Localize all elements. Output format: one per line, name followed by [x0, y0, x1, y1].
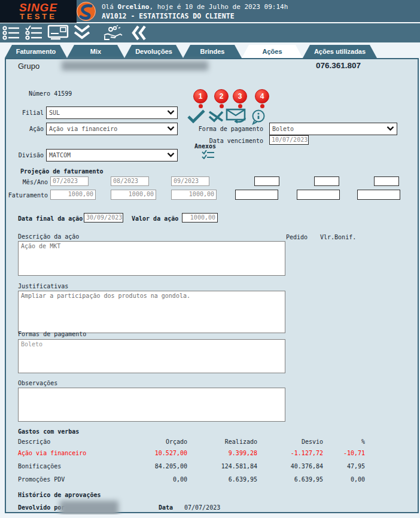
- gastos-header-realizado: Realizado: [197, 438, 257, 445]
- historico-data-value: 07/07/2023: [184, 504, 220, 511]
- gastos-header-orcado: Orçado: [127, 438, 187, 445]
- gastos-header-desvio: Desvio: [263, 438, 323, 445]
- tab-mix[interactable]: Mix: [67, 45, 124, 58]
- devolvido-por-label: Devolvido por: [18, 504, 65, 511]
- historico-data-label: Data: [159, 504, 173, 511]
- group-code: 076.361.807: [316, 61, 361, 70]
- checklist-icon[interactable]: [23, 23, 45, 42]
- logo-text-singe: SINGE: [19, 2, 57, 13]
- gastos-row3-desvio: 6.639,95: [263, 476, 323, 483]
- gastos-row1-orcado: 10.527,00: [127, 450, 187, 456]
- mail-return-icon[interactable]: [226, 108, 247, 126]
- hand-money-icon[interactable]: [101, 23, 126, 42]
- valor-acao-input[interactable]: 1000,00: [182, 213, 218, 223]
- formas-pagamento-textarea[interactable]: Boleto: [18, 339, 285, 373]
- mes-ano-input-4[interactable]: [254, 176, 279, 186]
- greeting-text: Olá Orcelino, hoje é 10 de Julho de 2023…: [102, 3, 288, 11]
- reject-x-check-icon[interactable]: [207, 109, 225, 125]
- faturamento-input-4[interactable]: [235, 190, 278, 200]
- numero-label: Número: [29, 90, 50, 97]
- acao-value: Ação via financeiro: [49, 126, 167, 132]
- acao-label: Ação: [6, 126, 44, 132]
- descricao-textarea[interactable]: Ação de MKT: [18, 241, 285, 276]
- valor-acao-label: Valor da ação: [132, 215, 178, 222]
- faturamento-input-3[interactable]: 1000,00: [171, 190, 217, 200]
- divisao-select[interactable]: MATCOM: [46, 149, 178, 162]
- mes-ano-input-5[interactable]: [314, 176, 339, 186]
- info-icon[interactable]: [250, 109, 267, 127]
- gastos-row2-orcado: 84.205,00: [127, 463, 187, 470]
- forma-pagamento-value: Boleto: [272, 126, 386, 132]
- mes-ano-input-1[interactable]: 07/2023: [50, 176, 89, 186]
- data-vencimento-input[interactable]: 10/07/2023: [269, 135, 309, 145]
- chevron-down-icon: [167, 109, 175, 116]
- gastos-row1-descricao: Ação via financeiro: [18, 450, 86, 456]
- faturamento-input-5[interactable]: [297, 190, 340, 200]
- back-double-left-icon[interactable]: [129, 23, 148, 42]
- mes-ano-input-3[interactable]: 09/2023: [171, 176, 209, 186]
- faturamento-label: Faturamento: [6, 192, 48, 199]
- faturamento-input-1[interactable]: 1000,00: [50, 190, 96, 200]
- singe-logo: SINGE TESTE: [0, 0, 77, 23]
- observacoes-label: Observações: [18, 380, 57, 386]
- forma-pagamento-label: Forma de pagamento: [156, 126, 263, 132]
- filial-value: SUL: [49, 109, 167, 116]
- marker-3: 3: [233, 89, 247, 108]
- gastos-row1-desvio: -1.127,72: [263, 450, 323, 456]
- gastos-row2-realizado: 124.581,84: [197, 463, 257, 470]
- list-icon[interactable]: [0, 23, 23, 42]
- gastos-row3-orcado: 0,00: [127, 476, 187, 483]
- tab-brindes[interactable]: Brindes: [183, 45, 242, 58]
- vlr-bonif-label: Vlr.Bonif.: [320, 234, 356, 240]
- mes-ano-input-6[interactable]: [374, 176, 399, 186]
- observacoes-textarea[interactable]: [18, 388, 285, 422]
- gastos-row1-pct: -10,71: [329, 450, 365, 456]
- forma-pagamento-select[interactable]: Boleto: [269, 123, 397, 135]
- gastos-row2-desvio: 40.376,84: [263, 463, 323, 470]
- descricao-label: Descrição da ação: [18, 233, 79, 240]
- tab-acoes-utilizadas[interactable]: Ações utilizadas: [303, 45, 377, 58]
- numero-row: Número 41599: [29, 90, 72, 97]
- faturamento-input-6[interactable]: [357, 190, 400, 200]
- gastos-row1-realizado: 9.399,28: [197, 450, 257, 456]
- justificativas-textarea[interactable]: Ampliar a participação dos produtos na g…: [18, 291, 285, 333]
- group-label: Grupo: [18, 62, 39, 71]
- approve-check-icon[interactable]: [187, 109, 206, 126]
- gastos-header-pct: %: [329, 438, 365, 445]
- report-icon[interactable]: [45, 23, 71, 42]
- marker-4: 4: [255, 89, 269, 108]
- formas-pagamento-label: Formas de pagamento: [18, 331, 86, 337]
- projecao-title: Projeção de faturamento: [20, 168, 103, 175]
- numero-value: 41599: [54, 90, 72, 97]
- filial-select[interactable]: SUL: [46, 106, 178, 119]
- chevron-double-down-icon[interactable]: [71, 23, 93, 42]
- gastos-row3-realizado: 6.639,95: [197, 476, 257, 483]
- singe-ball-logo-icon: [76, 1, 96, 22]
- mes-ano-input-2[interactable]: 08/2023: [111, 176, 149, 186]
- tab-devolucoes[interactable]: Devoluções: [124, 45, 183, 58]
- marker-1: 1: [193, 89, 208, 108]
- app-window: SINGE TESTE Olá Orcelino, hoje é 10 de J…: [0, 0, 420, 518]
- chevron-down-icon: [167, 152, 175, 159]
- anexos-label: Anexos: [194, 143, 216, 150]
- historico-title: Histórico de aprovações: [18, 492, 101, 498]
- gastos-row2-pct: 47,95: [329, 463, 365, 470]
- screen-title: AV1012 - ESTATISTICAS DO CLIENTE: [102, 12, 235, 20]
- anexos-checklist-icon[interactable]: [202, 150, 215, 162]
- pedido-label: Pedido: [286, 234, 308, 240]
- logo-text-teste: TESTE: [20, 13, 57, 20]
- tab-acoes[interactable]: Ações: [242, 45, 303, 58]
- data-final-input[interactable]: 30/09/2023: [84, 213, 123, 223]
- gastos-title: Gastos com verbas: [18, 428, 79, 435]
- gastos-row3-pct: 0,00: [329, 476, 365, 483]
- data-final-label: Data final da ação: [18, 215, 83, 222]
- toolbar: [0, 23, 420, 42]
- app-header: SINGE TESTE Olá Orcelino, hoje é 10 de J…: [0, 0, 420, 23]
- gastos-row2-descricao: Bonificações: [18, 463, 61, 470]
- mes-ano-label: Mês/Ano: [6, 179, 48, 185]
- divisao-label: Divisão: [6, 152, 44, 159]
- gastos-row3-descricao: Promoções PDV: [18, 476, 65, 483]
- tab-faturamento[interactable]: Faturamento: [5, 45, 67, 58]
- faturamento-input-2[interactable]: 1000,00: [111, 190, 156, 200]
- marker-2: 2: [214, 89, 229, 108]
